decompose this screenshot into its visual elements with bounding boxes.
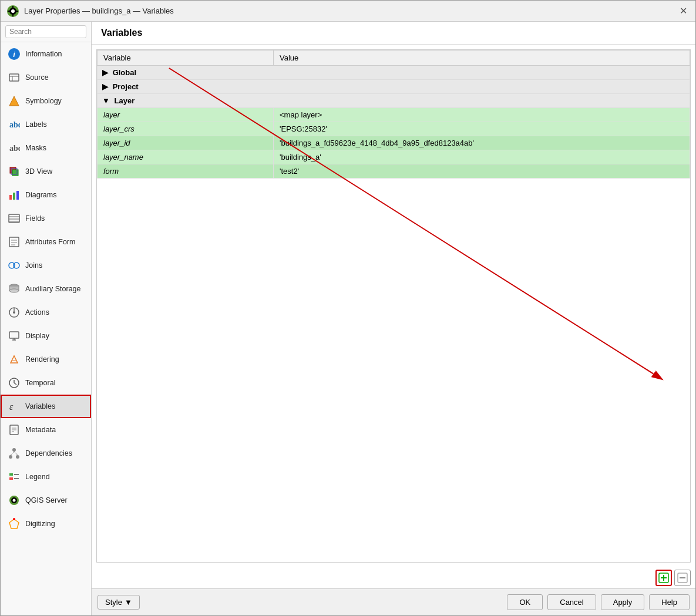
sidebar-item-variables[interactable]: ε Variables (1, 395, 91, 418)
table-row: layer_id 'buildings_a_fd59623e_4148_4db4… (97, 136, 690, 150)
svg-point-47 (12, 448, 16, 452)
table-row: layer_name 'buildings_a' (97, 150, 690, 164)
svg-rect-4 (12, 14, 14, 16)
dialog-buttons: OK Cancel Apply Help (507, 594, 690, 610)
variables-section: Variable Value ▶ Global (92, 45, 695, 588)
legend-icon (8, 470, 21, 483)
sidebar-item-attributes-form[interactable]: Attributes Form (1, 230, 91, 254)
svg-point-58 (13, 499, 16, 502)
sidebar-scroll: i Information Source (1, 42, 91, 615)
svg-rect-52 (9, 473, 13, 476)
cancel-button[interactable]: Cancel (547, 594, 596, 610)
actions-icon (8, 306, 21, 319)
svg-rect-35 (9, 332, 19, 338)
svg-point-48 (9, 455, 12, 459)
style-button[interactable]: Style ▼ (97, 595, 140, 610)
sidebar-item-fields[interactable]: Fields (1, 207, 91, 230)
section-project[interactable]: ▶ Project (97, 80, 690, 94)
sidebar: i Information Source (1, 22, 92, 615)
sidebar-item-auxiliary-storage[interactable]: Auxiliary Storage (1, 277, 91, 301)
help-button[interactable]: Help (649, 594, 690, 610)
digitizing-icon (8, 517, 21, 530)
svg-marker-10 (9, 96, 19, 106)
section-layer[interactable]: ▼ Layer (97, 94, 690, 108)
svg-point-49 (16, 455, 19, 459)
variables-icon: ε (8, 400, 21, 413)
add-variable-button[interactable] (655, 570, 672, 586)
metadata-icon (8, 423, 21, 436)
info-icon: i (8, 48, 21, 60)
val-form: 'test2' (274, 164, 690, 179)
val-layer-name: 'buildings_a' (274, 150, 690, 164)
var-layer-id: layer_id (97, 136, 274, 150)
main-panel: Variables Variable Value (92, 22, 695, 615)
search-input[interactable] (5, 25, 86, 38)
sidebar-item-diagrams[interactable]: Diagrams (1, 183, 91, 207)
triangle-global: ▶ (102, 68, 108, 77)
sidebar-item-qgis-server[interactable]: QGIS Server (1, 489, 91, 512)
val-layer-id: 'buildings_a_fd59623e_4148_4db4_9a95_dfe… (274, 136, 690, 150)
sidebar-item-information[interactable]: i Information (1, 42, 91, 66)
sidebar-item-rendering[interactable]: Rendering (1, 348, 91, 371)
col-header-value: Value (274, 51, 690, 66)
sidebar-item-source[interactable]: Source (1, 66, 91, 89)
svg-rect-5 (8, 11, 10, 12)
var-layer-crs: layer_crs (97, 122, 274, 136)
sidebar-item-masks[interactable]: abc Masks (1, 136, 91, 160)
bottom-toolbar: Style ▼ OK Cancel Apply Help (92, 588, 695, 615)
diagrams-icon (8, 188, 21, 201)
remove-variable-button[interactable] (674, 570, 691, 586)
table-row: form 'test2' (97, 164, 690, 179)
panel-title: Variables (92, 22, 695, 45)
search-box (1, 22, 91, 42)
temporal-icon (8, 376, 21, 389)
attributes-form-icon (8, 235, 21, 248)
window-title: Layer Properties — buildings_a — Variabl… (24, 6, 174, 15)
sidebar-item-actions[interactable]: Actions (1, 301, 91, 324)
sidebar-item-temporal[interactable]: Temporal (1, 371, 91, 395)
sidebar-item-dependencies[interactable]: Dependencies (1, 442, 91, 465)
apply-button[interactable]: Apply (601, 594, 645, 610)
svg-text:abc: abc (9, 120, 20, 129)
sidebar-item-joins[interactable]: Joins (1, 254, 91, 277)
svg-line-50 (11, 452, 14, 455)
variables-table: Variable Value ▶ Global (97, 50, 690, 179)
sidebar-item-3dview[interactable]: 3D View (1, 160, 91, 183)
sidebar-item-display[interactable]: Display (1, 324, 91, 348)
svg-text:abc: abc (9, 144, 20, 153)
sidebar-item-symbology[interactable]: Symbology (1, 89, 91, 113)
symbology-icon (8, 95, 21, 107)
svg-point-31 (9, 289, 19, 292)
sidebar-item-digitizing[interactable]: Digitizing (1, 512, 91, 536)
val-layer-crs: 'EPSG:25832' (274, 122, 690, 136)
style-label: Style (105, 598, 122, 607)
section-global-label: Global (113, 68, 136, 77)
sidebar-item-labels[interactable]: abc Labels (1, 113, 91, 136)
title-bar-left: Layer Properties — buildings_a — Variabl… (6, 5, 174, 18)
svg-line-51 (14, 452, 18, 455)
table-row: layer_crs 'EPSG:25832' (97, 122, 690, 136)
masks-icon: abc (8, 142, 21, 154)
svg-rect-17 (13, 193, 15, 200)
qgis-icon (6, 5, 19, 18)
section-global[interactable]: ▶ Global (97, 66, 690, 80)
source-icon (8, 71, 21, 84)
section-layer-label: Layer (115, 96, 135, 105)
layer-properties-window: Layer Properties — buildings_a — Variabl… (0, 0, 696, 616)
close-button[interactable]: ✕ (677, 5, 690, 18)
remove-icon (677, 573, 688, 583)
triangle-project: ▶ (102, 82, 108, 91)
style-area: Style ▼ (97, 595, 140, 610)
rendering-icon (8, 353, 21, 366)
var-layer: layer (97, 108, 274, 122)
ok-button[interactable]: OK (507, 594, 543, 610)
qgis-server-icon (8, 494, 21, 507)
svg-point-2 (11, 9, 15, 13)
sidebar-item-metadata[interactable]: Metadata (1, 418, 91, 442)
sidebar-item-legend[interactable]: Legend (1, 465, 91, 489)
svg-point-33 (13, 311, 15, 314)
svg-text:ε: ε (9, 402, 14, 412)
variables-table-container: Variable Value ▶ Global (96, 49, 691, 563)
fields-icon (8, 212, 21, 225)
joins-icon (8, 259, 21, 272)
